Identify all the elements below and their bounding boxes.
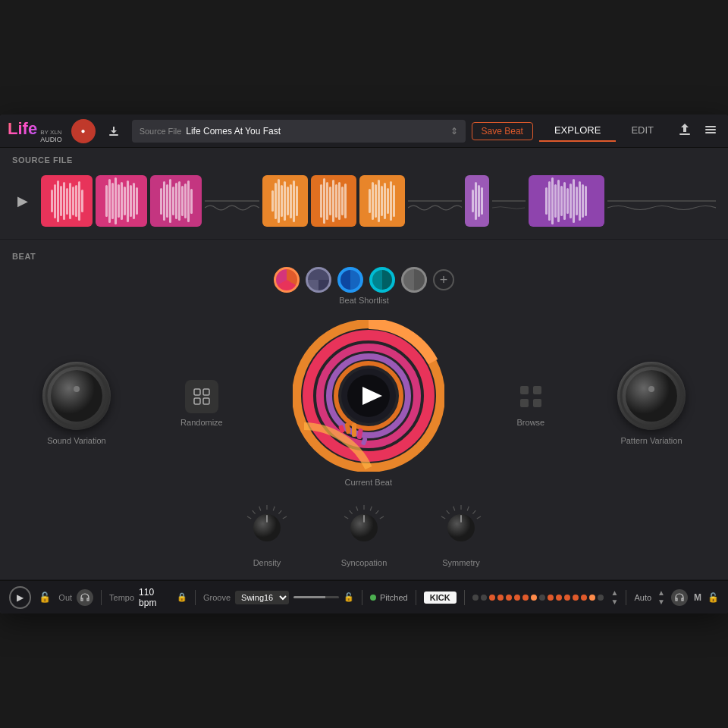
svg-rect-7 (194, 389, 200, 395)
step-arrows[interactable]: ▲ ▼ (611, 588, 619, 606)
groove-select[interactable]: Swing16 Swing8 Straight (235, 591, 289, 604)
svg-line-45 (380, 516, 384, 519)
step-12[interactable] (564, 595, 570, 601)
beat-section: BEAT + Beat Shortlist (0, 240, 728, 580)
auto-label: Auto (634, 593, 651, 602)
svg-rect-19 (352, 423, 356, 437)
step-2[interactable] (481, 595, 487, 601)
tempo-value[interactable]: 110 bpm (139, 587, 172, 608)
waveform-segment-2[interactable] (96, 175, 147, 227)
svg-line-44 (375, 510, 378, 514)
beat-shortlist-item-3[interactable] (337, 267, 363, 293)
step-sequencer[interactable] (472, 595, 604, 601)
browse-icon (514, 380, 548, 413)
waveform-area: ▶ (12, 171, 716, 231)
transport-play-button[interactable]: ▶ (9, 586, 31, 609)
step-14[interactable] (581, 595, 587, 601)
tempo-label: Tempo (109, 593, 134, 602)
waveform-segment-5[interactable] (311, 175, 356, 227)
waveform-segment-7[interactable] (465, 175, 489, 227)
beat-shortlist: + (12, 267, 716, 293)
tab-edit[interactable]: EDIT (616, 120, 669, 142)
waveform-segment-3[interactable] (150, 175, 202, 227)
step-4[interactable] (497, 595, 504, 601)
step-15[interactable] (589, 595, 595, 601)
browse-button[interactable]: Browse (514, 380, 548, 427)
pattern-variation-knob[interactable] (617, 362, 686, 430)
step-7[interactable] (522, 595, 529, 601)
source-file-input[interactable]: Source File Life Comes At You Fast ⇕ (132, 120, 466, 143)
beat-shortlist-item-5[interactable] (401, 267, 427, 293)
symmetry-container: Symmetry (435, 502, 487, 567)
step-11[interactable] (556, 595, 562, 601)
source-file-section-label: SOURCE FILE (12, 155, 716, 165)
source-arrows-icon[interactable]: ⇕ (450, 126, 458, 136)
randomize-button[interactable]: Randomize (180, 380, 223, 427)
step-5[interactable] (506, 595, 512, 601)
step-up-icon[interactable]: ▲ (611, 588, 619, 597)
density-container: Density (241, 502, 293, 567)
pattern-variation-container: Pattern Variation (617, 362, 686, 445)
record-button[interactable]: ● (71, 119, 96, 143)
svg-point-6 (51, 370, 102, 422)
waveform-segment-4[interactable] (262, 175, 308, 227)
randomize-icon (185, 380, 218, 413)
m-badge[interactable]: M (694, 592, 701, 603)
beat-ring[interactable] (293, 320, 444, 472)
out-label: Out (58, 593, 72, 602)
sound-variation-label: Sound Variation (47, 436, 105, 445)
share-button[interactable] (675, 120, 695, 143)
svg-line-43 (370, 507, 372, 511)
svg-point-29 (626, 370, 677, 422)
menu-button[interactable] (701, 120, 720, 143)
svg-rect-8 (203, 389, 209, 395)
tab-explore[interactable]: EXPLORE (539, 120, 616, 142)
auto-down-icon[interactable]: ▼ (657, 598, 665, 606)
svg-rect-27 (533, 399, 541, 407)
step-8[interactable] (531, 595, 537, 601)
beat-shortlist-item-1[interactable] (274, 267, 300, 293)
svg-line-30 (247, 516, 251, 519)
groove-label: Groove (203, 593, 231, 602)
download-button[interactable] (102, 119, 126, 143)
beat-shortlist-add-button[interactable]: + (433, 269, 454, 290)
waveform-segment-1[interactable] (41, 175, 93, 227)
beat-shortlist-item-2[interactable] (306, 267, 331, 293)
svg-rect-10 (203, 398, 209, 404)
pitched-toggle[interactable]: Pitched (370, 593, 408, 602)
step-16[interactable] (598, 595, 604, 601)
svg-line-48 (441, 516, 445, 519)
svg-line-53 (472, 510, 475, 514)
step-3[interactable] (489, 595, 495, 601)
step-9[interactable] (539, 595, 545, 601)
auto-arrows[interactable]: ▲ ▼ (657, 588, 665, 606)
out-headphone-icon[interactable] (77, 589, 93, 606)
step-10[interactable] (548, 595, 554, 601)
svg-line-49 (447, 510, 450, 514)
svg-line-36 (283, 516, 287, 519)
source-file-label: Source File (140, 127, 182, 136)
sound-variation-knob[interactable] (42, 362, 111, 430)
headphone-end-icon[interactable] (671, 589, 688, 606)
beat-shortlist-item-4[interactable] (369, 267, 395, 293)
step-1[interactable] (472, 595, 479, 601)
beat-shortlist-label: Beat Shortlist (12, 296, 716, 305)
save-beat-button[interactable]: Save Beat (472, 122, 533, 140)
svg-line-50 (453, 507, 455, 511)
auto-up-icon[interactable]: ▲ (657, 588, 665, 597)
step-13[interactable] (573, 595, 579, 601)
source-play-button[interactable]: ▶ (12, 190, 33, 212)
waveform-segment-6[interactable] (359, 175, 405, 227)
svg-line-40 (350, 510, 353, 514)
step-6[interactable] (514, 595, 520, 601)
step-down-icon[interactable]: ▼ (611, 598, 619, 606)
svg-rect-9 (194, 398, 200, 404)
svg-line-35 (278, 510, 281, 514)
groove-slider[interactable] (293, 596, 339, 598)
svg-line-54 (477, 516, 481, 519)
kick-badge[interactable]: KICK (424, 592, 457, 604)
groove-lock-icon: 🔓 (344, 592, 354, 602)
source-file-section: SOURCE FILE ▶ (0, 148, 728, 240)
waveform-segment-8[interactable] (529, 175, 604, 227)
svg-line-32 (259, 507, 261, 511)
